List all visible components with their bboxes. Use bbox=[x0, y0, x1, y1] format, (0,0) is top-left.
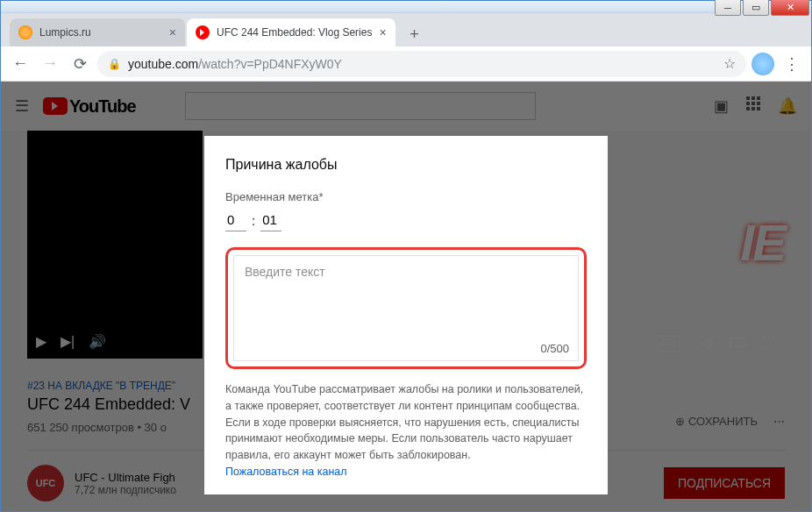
url-text: youtube.com/watch?v=PpD4NFXyW0Y bbox=[128, 57, 342, 71]
dialog-title: Причина жалобы bbox=[225, 157, 587, 173]
report-text-input[interactable] bbox=[234, 256, 578, 335]
browser-tabstrip: Lumpics.ru × UFC 244 Embedded: Vlog Seri… bbox=[1, 13, 811, 46]
reload-button[interactable]: ⟳ bbox=[68, 52, 92, 76]
new-tab-button[interactable]: + bbox=[402, 22, 427, 46]
timestamp-label: Временная метка* bbox=[225, 190, 587, 203]
highlighted-textarea-frame: 0/500 bbox=[225, 247, 587, 369]
tab-close-icon[interactable]: × bbox=[169, 25, 176, 39]
window-minimize-button[interactable]: ─ bbox=[715, 0, 741, 16]
address-bar[interactable]: 🔒 youtube.com/watch?v=PpD4NFXyW0Y ☆ bbox=[97, 51, 746, 77]
character-counter: 0/500 bbox=[234, 338, 578, 360]
forward-button[interactable]: → bbox=[38, 52, 62, 76]
browser-tab-youtube[interactable]: UFC 244 Embedded: Vlog Series × bbox=[187, 18, 395, 46]
window-titlebar: ─ ▭ ✕ bbox=[1, 1, 811, 13]
lock-icon: 🔒 bbox=[108, 58, 121, 70]
tab-close-icon[interactable]: × bbox=[379, 25, 386, 39]
window-close-button[interactable]: ✕ bbox=[771, 0, 809, 16]
favicon-lumpics-icon bbox=[18, 25, 32, 39]
timestamp-separator: : bbox=[252, 213, 255, 228]
browser-menu-button[interactable]: ⋮ bbox=[780, 54, 804, 74]
favicon-youtube-icon bbox=[196, 25, 210, 39]
tab-title: UFC 244 Embedded: Vlog Series bbox=[217, 26, 372, 39]
profile-avatar[interactable] bbox=[751, 53, 774, 75]
timestamp-seconds-input[interactable] bbox=[260, 209, 281, 231]
report-dialog: Причина жалобы Временная метка* : 0/500 … bbox=[204, 136, 608, 494]
dialog-description: Команда YouTube рассматривает жалобы на … bbox=[225, 381, 587, 480]
browser-tab-lumpics[interactable]: Lumpics.ru × bbox=[10, 18, 185, 46]
timestamp-minutes-input[interactable] bbox=[225, 209, 246, 231]
report-channel-link[interactable]: Пожаловаться на канал bbox=[225, 466, 347, 478]
browser-toolbar: ← → ⟳ 🔒 youtube.com/watch?v=PpD4NFXyW0Y … bbox=[1, 46, 811, 82]
window-maximize-button[interactable]: ▭ bbox=[743, 0, 769, 16]
bookmark-star-icon[interactable]: ☆ bbox=[723, 55, 736, 72]
tab-title: Lumpics.ru bbox=[39, 26, 162, 39]
back-button[interactable]: ← bbox=[8, 52, 32, 76]
